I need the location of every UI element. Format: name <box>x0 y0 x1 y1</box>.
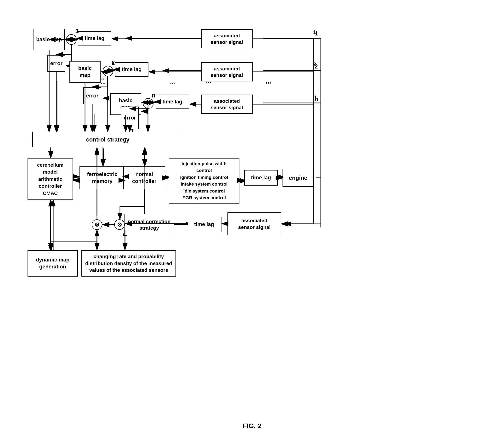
sensor-signal-feedback: associatedsensor signal <box>227 212 281 235</box>
circle-cross-n: ⊗ <box>143 98 153 109</box>
label-num-n-xc: n <box>152 93 155 99</box>
dots-between-sensors-h: ... <box>170 78 175 85</box>
cerebellum-cmac: cerebellummodelarithmeticcontrollerCMAC <box>28 158 73 200</box>
figure-label: FIG. 2 <box>243 422 261 430</box>
error-2: error <box>83 87 101 104</box>
label-num-1-xc: 1 <box>75 28 78 34</box>
time-lag-n: time lag <box>156 95 189 109</box>
normal-controller: normalcontroller <box>123 166 165 189</box>
basic-map-1: basic map <box>33 29 65 50</box>
time-lag-feedback: time lag <box>187 217 221 232</box>
normal-correction-strategy: normal correctionstrategy <box>124 214 174 235</box>
error-n: error <box>121 107 139 129</box>
changing-rate-box: changing rate and probabilitydistributio… <box>81 250 176 277</box>
basic-map-2: basicmap <box>69 61 100 83</box>
label-num-2-xc: 2 <box>112 60 114 67</box>
error-1: error <box>47 55 65 72</box>
label-num-n-right: n <box>313 94 316 100</box>
sensor-signal-1: associatedsensor signal <box>201 29 253 48</box>
circle-cross-1: ⊗ <box>66 34 77 45</box>
dots-basic-map-v: ... <box>100 79 106 86</box>
diagram-container: basic map basicmap basicmap ⊗ ⊗ ⊗ time l… <box>14 14 488 397</box>
injection-box: injection pulse widthcontrolignition tim… <box>169 158 239 204</box>
time-lag-1: time lag <box>78 31 111 46</box>
circle-cross-2: ⊗ <box>103 66 113 76</box>
sensor-signal-n: associatedsensor signal <box>201 95 253 114</box>
circle-cross-feedback-1: ⊗ <box>92 219 102 230</box>
sensor-signal-2: associatedsensor signal <box>201 62 253 81</box>
time-lag-2: time lag <box>115 62 148 77</box>
time-lag-engine: time lag <box>244 170 278 186</box>
ferroelectric-memory: ferroelectricmemory <box>79 166 125 189</box>
control-strategy: control strategy <box>32 132 183 147</box>
circle-cross-feedback-2: ⊗ <box>114 219 125 230</box>
engine: engine <box>283 169 314 187</box>
label-num-1-right: 1 <box>313 29 316 35</box>
label-num-2-right: 2 <box>313 61 316 68</box>
dots-between-timelags-h: ... <box>266 78 271 85</box>
dynamic-map-generation: dynamic mapgeneration <box>28 250 78 277</box>
